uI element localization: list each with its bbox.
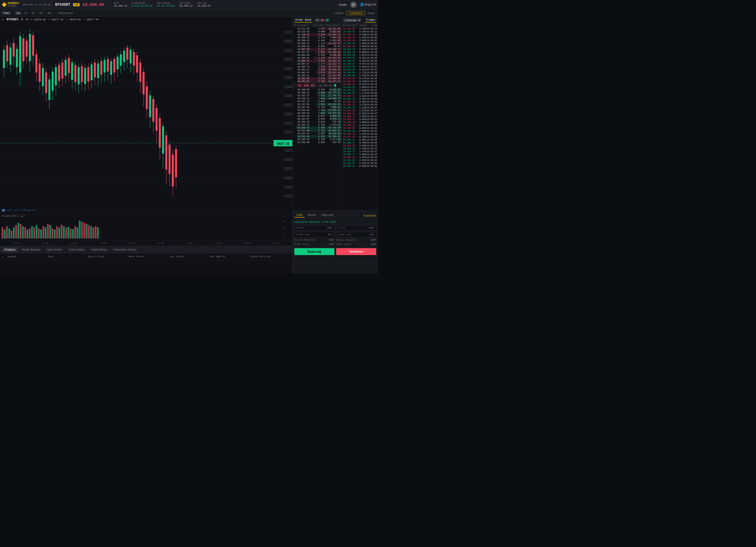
tab-open-orders[interactable]: Open Orders	[44, 247, 65, 252]
trade-row[interactable]: 10,304.590.49414:19:31	[342, 65, 378, 68]
language-selector[interactable]: 🌐 English	[360, 3, 376, 7]
sell-short-button[interactable]: Sell/Short	[336, 248, 376, 255]
trade-row[interactable]: 10,303.340.36414:20:11	[342, 30, 378, 33]
transfer-link[interactable]: Transfer	[363, 215, 376, 218]
ask-row[interactable]: 10,301.553.46335,674.27	[293, 80, 342, 83]
tab-trade-history[interactable]: Trade History	[88, 247, 110, 252]
ask-row[interactable]: 10,303.271.84819,040.44	[293, 68, 342, 71]
buy-long-button[interactable]: Buy/Long	[294, 248, 334, 255]
trade-row[interactable]: 10,304.661.45314:19:20	[342, 74, 378, 77]
ask-row[interactable]: 10,305.952.17322,394.83	[293, 57, 342, 60]
trade-row[interactable]: 10,307.320.00214:18:50	[342, 101, 378, 103]
trade-row[interactable]: 10,308.113.17814:18:50	[342, 103, 378, 106]
ask-row[interactable]: 10,302.311.14911,837.35	[293, 74, 342, 77]
bid-row[interactable]: 10,300.141.92019,776.27	[293, 91, 342, 94]
decimals-selector[interactable]: 2 decimals 1 decimal 0 decimals	[343, 18, 361, 22]
trade-row[interactable]: 10,308.112.02614:18:47	[342, 115, 378, 118]
trade-row[interactable]: 10,303.310.19814:20:05	[342, 33, 378, 36]
trade-row[interactable]: 10,303.701.87014:20:05	[342, 36, 378, 39]
tab-order-book[interactable]: Order Book	[294, 18, 312, 22]
ask-row[interactable]: 10,311.381.57716,261.05	[293, 27, 342, 30]
trade-row[interactable]: 10,302.211.53614:19:11	[342, 89, 378, 92]
trade-row[interactable]: 10,302.541.17314:19:08	[342, 92, 378, 95]
trade-row[interactable]: 10,304.432.52614:18:15	[342, 159, 378, 162]
expand-row-icon[interactable]: ›	[2, 255, 3, 258]
order-book[interactable]: Price(USDT) Size(BTC) Total(USDT) 10,311…	[293, 24, 342, 211]
interval-1mo[interactable]: 1M	[46, 11, 53, 15]
ask-row[interactable]: 10,308.290.00330.92	[293, 45, 342, 48]
ask-row[interactable]: 10,301.963.37834,800.02	[293, 77, 342, 80]
trade-row[interactable]: 10,308.110.25214:18:47	[342, 112, 378, 115]
ask-row[interactable]: 10,310.223.04431,384.31	[293, 33, 342, 36]
trade-row[interactable]: 10,304.771.98414:18:15	[342, 153, 378, 156]
bid-row[interactable]: 10,300.850.9259,528.29	[293, 88, 342, 91]
bid-row[interactable]: 10,297.790.00330.89	[293, 100, 342, 103]
chart-collapse-icon[interactable]: ⊟	[2, 18, 3, 21]
bid-row[interactable]: 10,290.030.4394,517.32	[293, 138, 342, 141]
bid-row[interactable]: 10,291.033.35334,505.82	[293, 135, 342, 138]
interval-1h[interactable]: 1h	[22, 11, 29, 15]
trade-row[interactable]: 10,305.170.97114:19:32	[342, 63, 378, 65]
trade-row[interactable]: 10,303.670.50214:18:05	[342, 165, 378, 168]
trade-row[interactable]: 10,304.660.51614:19:31	[342, 68, 378, 71]
trade-row[interactable]: 10,307.020.20014:18:30	[342, 136, 378, 139]
trade-row[interactable]: 10,305.470.00114:18:25	[342, 139, 378, 141]
trade-row[interactable]: 10,303.671.51114:18:15	[342, 162, 378, 165]
bid-row[interactable]: 10,290.000.050514.50	[293, 141, 342, 144]
original-view-button[interactable]: Original	[332, 11, 346, 15]
time-button[interactable]: Time	[2, 11, 11, 15]
ob-layout-asks-button[interactable]	[320, 18, 324, 22]
candlestick-chart[interactable]: 10324.00 10320.00 10316.00 10312.00 1030…	[0, 22, 292, 214]
trade-row[interactable]: 10,303.942.99914:20:01	[342, 39, 378, 42]
depth-button[interactable]: Depth	[366, 11, 376, 15]
bid-row[interactable]: 10,293.673.46135,626.39	[293, 126, 342, 129]
bid-row[interactable]: 10,297.661.94420,018.65	[293, 103, 342, 106]
trade-row[interactable]: 10,307.260.50014:18:34	[342, 130, 378, 133]
guide-button[interactable]: Guide	[339, 3, 347, 6]
volume-settings-icon[interactable]: ⊟	[18, 215, 19, 217]
ask-row[interactable]: 10,310.580.9089,362.01	[293, 30, 342, 33]
bid-row[interactable]: 10,293.700.4264,385.12	[293, 123, 342, 126]
limit-tab[interactable]: Limit	[294, 213, 304, 218]
trade-row[interactable]: 10,303.311.06214:20:01	[342, 42, 378, 45]
trade-row[interactable]: 10,304.930.17914:19:15	[342, 77, 378, 80]
trade-row[interactable]: 10,304.331.64914:18:17	[342, 147, 378, 150]
ask-row[interactable]: 10,305.373.20433,018.41	[293, 60, 342, 63]
bid-row[interactable]: 10,294.870.8308,544.74	[293, 118, 342, 121]
trade-row[interactable]: 10,308.810.02414:18:34	[342, 127, 378, 130]
trade-row[interactable]: 10,305.470.49914:18:25	[342, 141, 378, 144]
technical-indicators-button[interactable]: Technical Ind	[56, 11, 74, 15]
trade-row[interactable]: 10,308.811.00014:18:36	[342, 121, 378, 124]
ask-row[interactable]: 10,307.983.21733,160.77	[293, 48, 342, 51]
bid-row[interactable]: 10,295.010.8368,606.63	[293, 115, 342, 118]
trade-row[interactable]: 10,302.930.67314:19:13	[342, 83, 378, 86]
interval-1w[interactable]: 1W	[38, 11, 45, 15]
tab-margin-balance[interactable]: Margin Balance	[19, 247, 43, 252]
buy-qty-input[interactable]: Order Qty BTC	[294, 232, 334, 237]
ask-row[interactable]: 10,309.520.7347,567.19	[293, 36, 342, 39]
ask-row[interactable]: 10,304.371.27413,127.77	[293, 63, 342, 65]
bid-row[interactable]: 10,292.492.72128,005.87	[293, 129, 342, 132]
bid-row[interactable]: 10,294.240.019195.59	[293, 121, 342, 123]
buy-price-input[interactable]: Price USDT	[294, 225, 334, 231]
tradingview-button[interactable]: TradingView	[347, 11, 365, 15]
interval-1d[interactable]: 1D	[30, 11, 37, 15]
trade-row[interactable]: 10,305.870.35314:19:38	[342, 60, 378, 63]
interval-1m[interactable]: 1m	[15, 11, 22, 15]
tab-transaction-history[interactable]: Transaction History	[111, 247, 139, 252]
sell-price-input[interactable]: Price USDT	[336, 225, 376, 231]
trade-row[interactable]: 10,304.630.26114:19:43	[342, 57, 378, 60]
trade-row[interactable]: 10,303.221.61114:19:08	[342, 95, 378, 98]
sell-qty-input[interactable]: Order Qty BTC	[336, 232, 376, 237]
trades-panel[interactable]: Price(USDT) Amount Time 10,300.852.43014…	[342, 24, 378, 211]
bid-row[interactable]: 10,296.481.51215,568.28	[293, 109, 342, 112]
trade-row[interactable]: 10,303.790.49314:19:58	[342, 48, 378, 51]
ask-row[interactable]: 10,302.371.97520,347.18	[293, 71, 342, 74]
trade-row[interactable]: 10,304.530.80014:19:49	[342, 51, 378, 54]
trade-row[interactable]: 10,307.191.24414:18:30	[342, 133, 378, 136]
ask-row[interactable]: 10,307.012.05121,139.68	[293, 51, 342, 54]
trade-row[interactable]: 10,304.930.05014:18:18	[342, 144, 378, 147]
ob-layout-split-button[interactable]	[315, 18, 320, 22]
tab-order-history[interactable]: Order History	[66, 247, 87, 252]
ask-row[interactable]: 10,303.761.76418,175.83	[293, 65, 342, 68]
